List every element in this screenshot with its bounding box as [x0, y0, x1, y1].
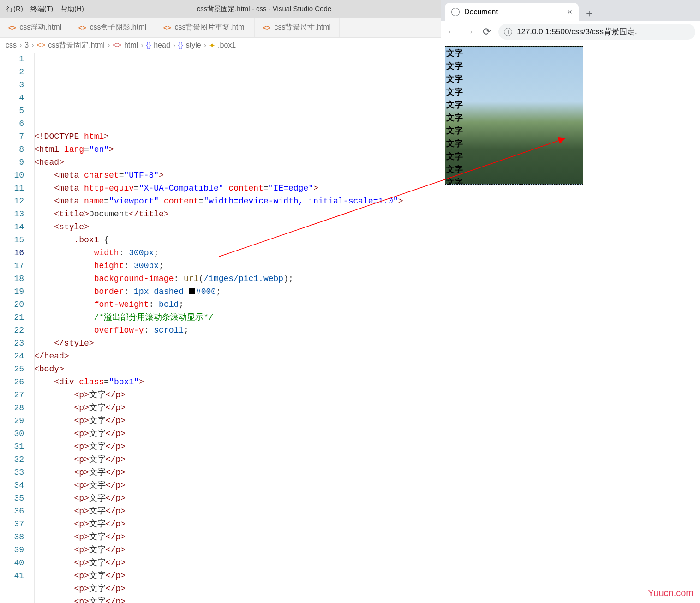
- editor-code-area[interactable]: <!DOCTYPE html><html lang="en"><head> <m…: [34, 53, 441, 603]
- code-line[interactable]: .box1 {: [34, 233, 441, 246]
- breadcrumb-item[interactable]: html: [124, 41, 138, 49]
- box1-paragraph: 文字: [445, 150, 583, 163]
- code-line[interactable]: <p>文字</p>: [34, 453, 441, 466]
- code-line[interactable]: width: 300px;: [34, 246, 441, 259]
- reload-button[interactable]: ⟳: [481, 26, 493, 38]
- line-number: 18: [0, 272, 24, 285]
- line-number: 28: [0, 401, 24, 414]
- box1-paragraph: 文字: [445, 60, 583, 72]
- vscode-tab-label: css盒子阴影.html: [90, 23, 146, 32]
- vscode-tab[interactable]: <>css浮动.html: [0, 18, 70, 37]
- code-line[interactable]: <!DOCTYPE html>: [34, 130, 441, 143]
- editor-gutter: 1234567891011121314151617181920212223242…: [0, 53, 34, 603]
- code-line[interactable]: <p>文字</p>: [34, 466, 441, 479]
- line-number: 9: [0, 156, 24, 169]
- line-number: 10: [0, 169, 24, 182]
- code-line[interactable]: <p>文字</p>: [34, 505, 441, 518]
- line-number: 22: [0, 324, 24, 337]
- breadcrumb-icon: <>: [113, 41, 121, 49]
- browser-toolbar: ← → ⟳ i 127.0.0.1:5500/css/3/css背景固定.: [441, 21, 700, 42]
- line-number: 36: [0, 505, 24, 518]
- vscode-tab[interactable]: <>css盒子阴影.html: [70, 18, 155, 37]
- vscode-menu-item[interactable]: 帮助(H): [57, 3, 88, 15]
- code-line[interactable]: <p>文字</p>: [34, 401, 441, 414]
- back-button[interactable]: ←: [446, 26, 458, 38]
- code-line[interactable]: </style>: [34, 337, 441, 350]
- vscode-titlebar: 行(R)终端(T)帮助(H) css背景固定.html - css - Visu…: [0, 0, 441, 18]
- code-line[interactable]: font-weight: bold;: [34, 298, 441, 311]
- code-line[interactable]: /*溢出部分用滚动条滚动显示*/: [34, 311, 441, 324]
- breadcrumb-icon: {}: [178, 41, 183, 49]
- code-line[interactable]: <p>文字</p>: [34, 531, 441, 543]
- code-line[interactable]: <p>文字</p>: [34, 518, 441, 531]
- code-line[interactable]: <html lang="en">: [34, 143, 441, 156]
- vscode-menu-item[interactable]: 行(R): [3, 3, 27, 15]
- close-tab-icon[interactable]: ×: [567, 7, 572, 17]
- browser-window: Document × ＋ ← → ⟳ i 127.0.0.1:5500/css/…: [441, 0, 700, 603]
- browser-tab[interactable]: Document ×: [445, 3, 579, 21]
- code-line[interactable]: overflow-y: scroll;: [34, 324, 441, 337]
- code-line[interactable]: <body>: [34, 363, 441, 376]
- vscode-tab-label: css浮动.html: [19, 23, 61, 32]
- code-line[interactable]: <p>文字</p>: [34, 479, 441, 492]
- vscode-tab[interactable]: <>css背景尺寸.html: [255, 18, 340, 37]
- breadcrumb-item[interactable]: .box1: [218, 41, 236, 49]
- breadcrumb-separator: ›: [31, 41, 34, 49]
- code-line[interactable]: <p>文字</p>: [34, 543, 441, 556]
- vscode-window-title: css背景固定.html - css - Visual Studio Code: [88, 5, 441, 13]
- line-number: 29: [0, 414, 24, 427]
- line-number: 27: [0, 388, 24, 401]
- code-line[interactable]: <head>: [34, 156, 441, 169]
- box1-paragraph: 文字: [445, 163, 583, 176]
- line-number: 3: [0, 78, 24, 91]
- forward-button[interactable]: →: [463, 26, 475, 38]
- code-line[interactable]: <p>文字</p>: [34, 595, 441, 603]
- breadcrumb-item[interactable]: head: [154, 41, 170, 49]
- code-line[interactable]: <meta charset="UTF-8">: [34, 169, 441, 182]
- new-tab-button[interactable]: ＋: [581, 6, 597, 21]
- line-number: 39: [0, 543, 24, 556]
- code-line[interactable]: <p>文字</p>: [34, 427, 441, 440]
- line-number: 8: [0, 143, 24, 156]
- line-number: 12: [0, 195, 24, 208]
- code-line[interactable]: <p>文字</p>: [34, 492, 441, 505]
- breadcrumb-item[interactable]: css: [6, 41, 17, 49]
- code-line[interactable]: <meta name="viewport" content="width=dev…: [34, 195, 441, 208]
- code-line[interactable]: border: 1px dashed #000;: [34, 285, 441, 298]
- vscode-tab[interactable]: <>css背景图片重复.html: [155, 18, 255, 37]
- vscode-menu-item[interactable]: 终端(T): [27, 3, 57, 15]
- vscode-tab-bar: <>css浮动.html<>css盒子阴影.html<>css背景图片重复.ht…: [0, 18, 441, 38]
- box1-paragraph: 文字: [445, 111, 583, 124]
- line-number: 11: [0, 182, 24, 195]
- code-line[interactable]: <meta http-equiv="X-UA-Compatible" conte…: [34, 182, 441, 195]
- box1-paragraph: 文字: [445, 47, 583, 60]
- box1-paragraph: 文字: [445, 98, 583, 111]
- browser-tab-title: Document: [464, 8, 498, 16]
- code-line[interactable]: <p>文字</p>: [34, 388, 441, 401]
- code-line[interactable]: <p>文字</p>: [34, 414, 441, 427]
- line-number: 16: [0, 246, 24, 259]
- code-line[interactable]: </head>: [34, 350, 441, 363]
- code-line[interactable]: background-image: url(/imges/pic1.webp);: [34, 272, 441, 285]
- breadcrumb-item[interactable]: style: [186, 41, 201, 49]
- address-bar[interactable]: i 127.0.0.1:5500/css/3/css背景固定.: [498, 24, 695, 40]
- box1-paragraph: 文字: [445, 72, 583, 85]
- code-line[interactable]: <p>文字</p>: [34, 582, 441, 595]
- code-line[interactable]: <p>文字</p>: [34, 556, 441, 569]
- site-info-icon[interactable]: i: [504, 28, 512, 36]
- rendered-box1[interactable]: 文字文字文字文字文字文字文字文字文字文字文字文字文字文字文字文字文字文字文字文字: [445, 46, 583, 185]
- code-line[interactable]: <style>: [34, 221, 441, 233]
- browser-tab-strip: Document × ＋: [441, 0, 700, 21]
- breadcrumb-item[interactable]: css背景固定.html: [48, 41, 105, 50]
- code-line[interactable]: <title>Document</title>: [34, 208, 441, 221]
- code-line[interactable]: <div class="box1">: [34, 376, 441, 388]
- vscode-menu-bar: 行(R)终端(T)帮助(H): [0, 3, 88, 15]
- code-line[interactable]: <p>文字</p>: [34, 569, 441, 582]
- line-number: 17: [0, 259, 24, 272]
- breadcrumb-icon: <>: [37, 41, 46, 49]
- code-line[interactable]: height: 300px;: [34, 259, 441, 272]
- line-number: 25: [0, 363, 24, 376]
- vscode-editor[interactable]: 1234567891011121314151617181920212223242…: [0, 53, 441, 603]
- breadcrumb-item[interactable]: 3: [24, 41, 29, 49]
- code-line[interactable]: <p>文字</p>: [34, 440, 441, 453]
